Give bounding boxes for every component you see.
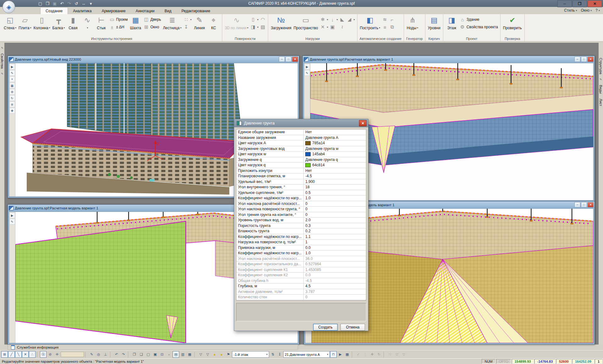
cancel-button[interactable]: Отмена	[340, 324, 365, 331]
joint-button[interactable]: ⊢Стык	[94, 15, 108, 30]
child-maximize-button[interactable]: □	[285, 57, 291, 62]
door-button[interactable]: ◫Дверь	[143, 16, 162, 23]
child-minimize-button[interactable]: ─	[279, 57, 285, 62]
child-maximize-button[interactable]: □	[581, 57, 587, 62]
more-commands-icon[interactable]: ▾	[88, 1, 94, 6]
center-target-icon[interactable]: ◎	[95, 351, 102, 358]
property-value[interactable]: -4.5	[304, 278, 366, 284]
property-value[interactable]: Давление грунта А	[304, 135, 366, 141]
child-close-button[interactable]: ✕	[588, 57, 594, 62]
view-3d-icon[interactable]: ▥	[180, 351, 186, 358]
tab-Создание[interactable]: Создание	[40, 7, 68, 14]
flag-icon[interactable]: ⚑	[225, 351, 232, 358]
color-swatch[interactable]	[305, 152, 311, 156]
child-close-button[interactable]: ✕	[588, 202, 594, 207]
open-file-icon[interactable]: ❐	[44, 1, 51, 6]
property-value[interactable]: 0.0	[304, 273, 366, 278]
dialog-title-bar[interactable]: Давление грунта ✕	[234, 119, 368, 127]
pencil-icon[interactable]: ✎	[1, 47, 3, 50]
property-value[interactable]: Давление грунта w	[304, 146, 366, 152]
num-lock-indicator[interactable]: NUM	[482, 359, 495, 364]
apply-icon[interactable]: ✓	[355, 351, 362, 358]
save-view-icon[interactable]: ▣	[152, 351, 158, 358]
layers-icon[interactable]: ≣	[9, 102, 15, 107]
slope-a-icon[interactable]: ▽	[394, 351, 400, 358]
property-value[interactable]: 3.787	[304, 289, 366, 295]
slab-button[interactable]: ▱Плита▾	[18, 15, 32, 30]
filter-b-icon[interactable]: ▽	[204, 351, 211, 358]
specs-button[interactable]: ⧉	[389, 24, 396, 30]
child-title-bar[interactable]: Давление грунта.spf:Новый вид 223000 ─□✕	[8, 56, 299, 63]
vehicle-button[interactable]: ▣	[329, 24, 339, 30]
tab-Редактирование[interactable]: Редактирование	[176, 8, 215, 14]
snow-button[interactable]: ❄▾	[319, 16, 329, 23]
wallsurf-button[interactable]: ▯▾	[250, 16, 259, 23]
rotate-ucs-y-icon[interactable]: ↷	[120, 351, 127, 358]
snap-point-icon[interactable]: ∴	[29, 351, 36, 358]
current-color-field[interactable]	[61, 352, 84, 357]
property-value[interactable]: 1.453085	[304, 267, 366, 273]
doc-link-icon[interactable]: ▫	[166, 351, 172, 358]
grid-icon[interactable]: ▦	[9, 83, 15, 88]
soilspring-button[interactable]: ≀	[339, 24, 346, 30]
property-value[interactable]: 785a14	[304, 141, 366, 146]
property-value[interactable]: 1.900	[304, 179, 366, 185]
panel-tab-sheet[interactable]: Лист	[599, 99, 603, 106]
bind-object-icon[interactable]: Ⓐ	[40, 351, 47, 358]
property-value[interactable]: 0	[304, 207, 366, 212]
snap-middle-icon[interactable]: ╲	[15, 351, 22, 358]
property-value[interactable]: 0	[304, 201, 366, 207]
update-model-icon[interactable]: ↺	[73, 1, 80, 6]
property-value[interactable]: 0.527864	[304, 262, 366, 267]
line-button[interactable]: ✎Линия	[192, 15, 206, 30]
select-icon[interactable]: ▶	[9, 64, 15, 69]
create-button[interactable]: Создать	[313, 324, 338, 331]
ortho-indicator[interactable]: ОРТО	[496, 359, 511, 364]
floor-nav-icon[interactable]: ⇅	[269, 351, 276, 358]
view-grid-icon[interactable]: ▦	[186, 351, 193, 358]
close-button[interactable]: ✕	[588, 0, 602, 7]
app-logo-icon[interactable]: ◈	[3, 1, 15, 13]
building-button[interactable]: ⌂Здание	[459, 16, 499, 23]
draw-pen-icon[interactable]: ✎	[88, 351, 95, 358]
property-value[interactable]: 1.0	[304, 251, 366, 256]
points-mode-icon[interactable]: ∷	[387, 351, 393, 358]
view-plan-icon[interactable]: ▤	[173, 351, 179, 358]
rotate-ucs-x-icon[interactable]: ↶	[113, 351, 120, 358]
property-value[interactable]: 0	[304, 212, 366, 218]
column-button[interactable]: ▯Колонна▾	[32, 15, 51, 30]
property-value[interactable]: Давление грунта q	[304, 157, 366, 163]
space-button[interactable]: ▭Пространство	[293, 15, 319, 30]
dome-button[interactable]: ◠	[259, 16, 266, 23]
line3d-button[interactable]: ∿3D по линии▾	[224, 15, 249, 30]
color-swatch[interactable]	[305, 163, 311, 167]
property-value[interactable]: Нет	[304, 168, 366, 174]
visibility-all-icon[interactable]: ●	[218, 351, 225, 358]
undo-icon[interactable]: ↶	[59, 1, 65, 6]
shaft-button[interactable]: ▦Шахта	[129, 15, 142, 30]
edit-icon[interactable]: ✎	[9, 70, 15, 76]
edit-icon[interactable]: ✎	[304, 70, 310, 76]
load-frame-icon[interactable]: ⊓	[330, 351, 337, 358]
floors-button[interactable]: ≡	[381, 24, 388, 30]
props-button[interactable]: ⚙Свойства проекта	[459, 24, 499, 30]
paste-doc-icon[interactable]: ❑	[138, 351, 145, 358]
build-button[interactable]: ◧Построить▾	[359, 15, 381, 30]
property-value[interactable]: 18	[304, 185, 366, 190]
child-minimize-button[interactable]: ─	[574, 202, 580, 207]
perpendicular-icon[interactable]: ⊥	[102, 351, 109, 358]
beam-button[interactable]: ┳Балка▾	[52, 15, 66, 30]
child-close-button[interactable]: ✕	[292, 57, 298, 62]
window-button[interactable]: ⊞Окно	[143, 24, 162, 30]
save-icon[interactable]: ▣	[52, 1, 58, 6]
load-case-icon[interactable]: ↧	[276, 351, 283, 358]
leveldown-button[interactable]: ↧	[183, 24, 192, 30]
marker-point-icon[interactable]: ✛	[54, 351, 60, 358]
spring-button[interactable]: ∿▾	[80, 15, 94, 30]
pointload-button[interactable]: ↓▾	[329, 16, 339, 23]
stairs-button[interactable]: ≣Лестница▾	[162, 15, 182, 30]
menu-Окно[interactable]: Окно▾	[581, 8, 592, 13]
measure-icon[interactable]: ↔	[80, 1, 87, 6]
retain-button[interactable]: ◢▾	[346, 16, 356, 23]
floor-select[interactable]: -1-й этаж▾	[232, 351, 269, 358]
